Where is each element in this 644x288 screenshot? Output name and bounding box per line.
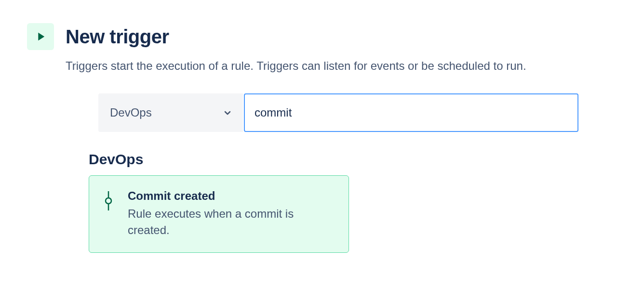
search-input[interactable] bbox=[244, 93, 578, 132]
commit-icon bbox=[103, 189, 114, 239]
category-dropdown[interactable]: DevOps bbox=[98, 93, 243, 132]
page-subtitle: Triggers start the execution of a rule. … bbox=[66, 58, 617, 74]
svg-point-1 bbox=[106, 198, 111, 204]
card-description: Rule executes when a commit is created. bbox=[128, 206, 335, 239]
trigger-icon-badge bbox=[27, 23, 54, 50]
filter-row: DevOps bbox=[98, 93, 617, 132]
dropdown-label: DevOps bbox=[110, 106, 152, 119]
chevron-down-icon bbox=[222, 107, 233, 118]
page-header: New trigger bbox=[27, 23, 617, 50]
card-title: Commit created bbox=[128, 189, 335, 203]
category-title: DevOps bbox=[89, 151, 617, 168]
trigger-card-commit-created[interactable]: Commit created Rule executes when a comm… bbox=[89, 175, 349, 253]
category-section: DevOps Commit created Rule executes when… bbox=[89, 151, 617, 253]
play-icon bbox=[34, 30, 47, 43]
page-title: New trigger bbox=[66, 26, 169, 48]
card-content: Commit created Rule executes when a comm… bbox=[128, 189, 335, 239]
